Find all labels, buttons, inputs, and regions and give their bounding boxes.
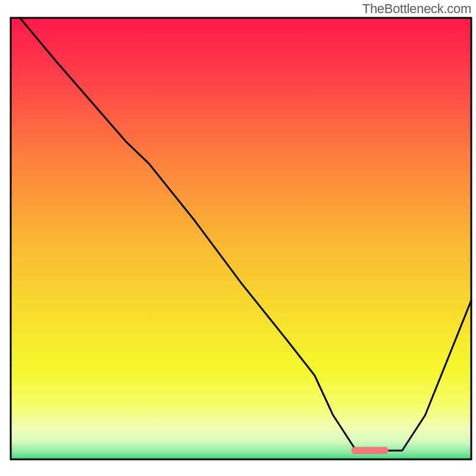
optimal-marker [352,447,389,454]
chart-background [11,18,471,459]
chart-container: TheBottleneck.com [0,0,476,476]
bottleneck-chart [0,0,476,476]
watermark-text: TheBottleneck.com [362,1,471,17]
